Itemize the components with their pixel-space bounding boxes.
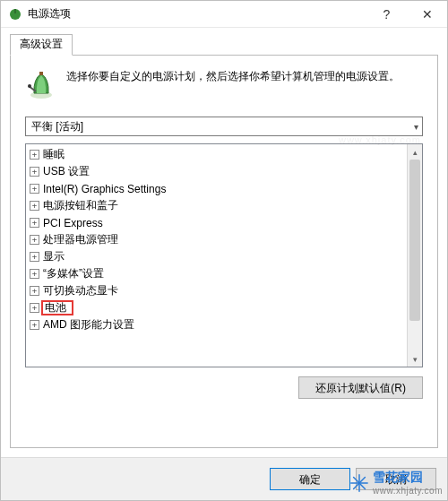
tree-item[interactable]: +可切换动态显卡 <box>28 282 405 299</box>
restore-row: 还原计划默认值(R) <box>25 376 423 399</box>
svg-rect-1 <box>14 9 16 13</box>
dialog-window: 电源选项 ? ✕ 高级设置 <box>0 0 448 501</box>
expand-icon[interactable]: + <box>30 184 39 194</box>
tree-scrollbar[interactable]: ▴ ▾ <box>407 144 422 367</box>
tree-item[interactable]: +Intel(R) Graphics Settings <box>28 180 405 197</box>
intro-row: 选择你要自定义的电源计划，然后选择你希望计算机管理的电源设置。 <box>25 68 423 100</box>
scroll-down-button[interactable]: ▾ <box>408 351 423 367</box>
expand-icon[interactable]: + <box>30 235 39 245</box>
tree-item-label: 处理器电源管理 <box>43 232 118 247</box>
expand-icon[interactable]: + <box>30 218 39 228</box>
tree-item[interactable]: +USB 设置 <box>28 163 405 180</box>
tree-item[interactable]: +“多媒体”设置 <box>28 265 405 282</box>
tree-item[interactable]: +显示 <box>28 248 405 265</box>
tab-strip: 高级设置 <box>10 35 438 55</box>
restore-defaults-button[interactable]: 还原计划默认值(R) <box>298 376 423 399</box>
tree-item[interactable]: +处理器电源管理 <box>28 231 405 248</box>
tree-item[interactable]: +电池 <box>28 299 405 316</box>
scroll-track[interactable] <box>408 160 422 351</box>
close-button[interactable]: ✕ <box>407 1 447 28</box>
expand-icon[interactable]: + <box>30 150 39 160</box>
tree-item-label: 可切换动态显卡 <box>43 283 118 298</box>
tree-item-label: AMD 图形能力设置 <box>43 317 134 333</box>
tree-item-label: USB 设置 <box>43 164 90 179</box>
power-plan-dropdown[interactable]: 平衡 [活动] ▾ <box>25 117 423 136</box>
power-plan-icon <box>25 68 57 100</box>
tree-item[interactable]: +PCI Express <box>28 214 405 231</box>
expand-icon[interactable]: + <box>30 286 39 296</box>
power-plan-value: 平衡 [活动] <box>31 119 83 134</box>
expand-icon[interactable]: + <box>30 320 39 330</box>
tree-item-label: “多媒体”设置 <box>43 266 104 281</box>
expand-icon[interactable]: + <box>30 252 39 262</box>
expand-icon[interactable]: + <box>30 167 39 177</box>
close-icon: ✕ <box>422 7 433 22</box>
app-icon <box>8 7 22 22</box>
settings-tree[interactable]: +睡眠+USB 设置+Intel(R) Graphics Settings+电源… <box>26 144 407 367</box>
cancel-button[interactable]: 取消 <box>356 468 436 490</box>
title-bar: 电源选项 ? ✕ <box>1 1 447 28</box>
client-area: 高级设置 选择你要自定义的电源计划，然后选择你希望计算机管理的电源设置。 <box>1 28 447 457</box>
dialog-footer: 确定 取消 <box>1 457 447 500</box>
chevron-down-icon: ▾ <box>414 122 418 132</box>
tree-item-label: Intel(R) Graphics Settings <box>43 183 166 195</box>
help-button[interactable]: ? <box>366 1 407 28</box>
tree-item[interactable]: +睡眠 <box>28 146 405 163</box>
svg-point-4 <box>28 84 31 88</box>
help-icon: ? <box>383 7 391 22</box>
tab-advanced-settings[interactable]: 高级设置 <box>10 34 73 56</box>
tree-item-label: 电源按钮和盖子 <box>43 198 118 213</box>
expand-icon[interactable]: + <box>30 269 39 279</box>
tree-item[interactable]: +AMD 图形能力设置 <box>28 316 405 333</box>
expand-icon[interactable]: + <box>30 303 39 313</box>
tree-item-label: 睡眠 <box>43 147 65 162</box>
intro-text: 选择你要自定义的电源计划，然后选择你希望计算机管理的电源设置。 <box>66 68 400 100</box>
settings-tree-container: +睡眠+USB 设置+Intel(R) Graphics Settings+电源… <box>25 143 423 367</box>
scroll-thumb[interactable] <box>409 160 420 321</box>
window-title: 电源选项 <box>28 6 71 22</box>
svg-rect-3 <box>39 72 43 75</box>
tab-label: 高级设置 <box>20 38 63 50</box>
tab-panel: 选择你要自定义的电源计划，然后选择你希望计算机管理的电源设置。 平衡 [活动] … <box>10 55 438 448</box>
tree-item-label: PCI Express <box>43 217 103 229</box>
tree-item-label: 显示 <box>43 249 65 264</box>
ok-button[interactable]: 确定 <box>270 468 350 490</box>
expand-icon[interactable]: + <box>30 201 39 211</box>
scroll-up-button[interactable]: ▴ <box>408 144 423 160</box>
tree-item[interactable]: +电源按钮和盖子 <box>28 197 405 214</box>
tree-item-label: 电池 <box>41 300 73 315</box>
